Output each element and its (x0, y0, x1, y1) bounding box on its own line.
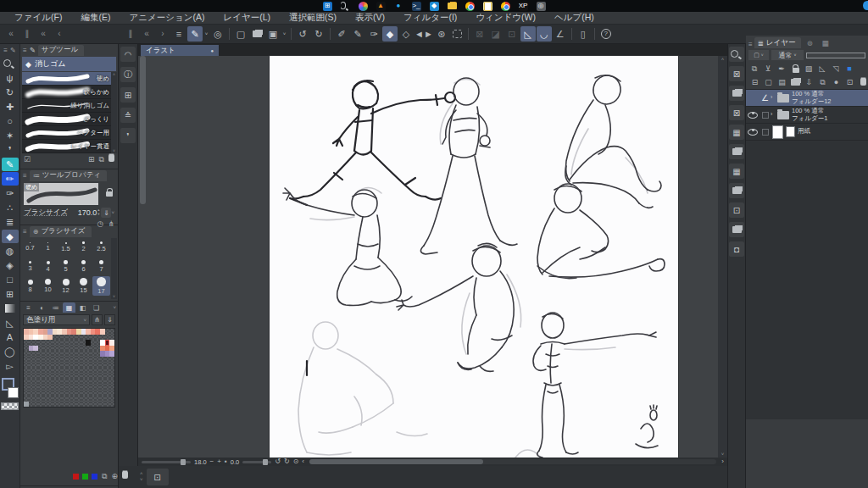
brush-size-cell[interactable]: 2.5 (92, 237, 110, 257)
color-app-icon[interactable] (359, 2, 368, 11)
strip-scroll-arrows[interactable]: ˄˅ (140, 471, 143, 482)
brush-size-cell[interactable]: 2 (75, 237, 92, 257)
panel-menu-icon[interactable]: ≡ (23, 228, 27, 236)
menu-item[interactable]: ファイル(F) (5, 12, 71, 24)
navigator-palette-icon[interactable] (729, 47, 744, 62)
save-button[interactable]: ▣ (265, 26, 281, 42)
menu-item[interactable]: ヘルプ(H) (545, 12, 604, 24)
panel-menu-icon[interactable]: ≡ (23, 47, 27, 54)
apply-mask-button[interactable]: ⊡ (843, 76, 856, 88)
subtool-scrollbar[interactable]: ˄˅ (111, 72, 117, 153)
save-dropdown-icon[interactable]: ˅ (281, 26, 287, 42)
auto-select-tool[interactable]: ✶ (2, 129, 19, 142)
divider-handle[interactable]: ∥ (19, 26, 35, 42)
zoom-out-button[interactable]: − (210, 458, 214, 465)
crop-button[interactable] (453, 30, 462, 38)
color-swatch[interactable] (109, 329, 114, 335)
palette-overflow-icon[interactable]: ˅ (113, 305, 116, 310)
canvas-vertical-scrollbar[interactable]: ˄ ˅ (718, 56, 727, 458)
vlc-icon[interactable]: ▲ (376, 2, 386, 11)
companion-mode-button[interactable]: ▯ (576, 26, 591, 42)
create-mask-button[interactable]: ● (830, 76, 843, 88)
menu-item[interactable]: ウィンドウ(W) (466, 12, 545, 24)
snap-special-ruler-button[interactable]: ◡ (537, 26, 552, 42)
sep-5[interactable] (571, 28, 572, 40)
flip-horizontal-button[interactable]: ◄► (415, 26, 433, 42)
color-wheel-tab[interactable]: ◐ (36, 302, 48, 313)
brush-size-cell[interactable]: 10 (39, 276, 57, 296)
brush-size-cell[interactable]: 3 (21, 257, 39, 276)
material-palette-icon[interactable]: ⊞ (120, 87, 136, 103)
document-tab[interactable]: イラスト ● (141, 45, 219, 56)
delete-subtool-button[interactable] (108, 155, 114, 164)
current-subtool-group[interactable]: ◆ 消しゴム (22, 57, 116, 71)
subtool-item[interactable]: 軟らかめ (22, 86, 111, 99)
layer-tab[interactable]: ≣ レイヤー (754, 37, 802, 48)
material-pattern-icon[interactable]: ▦ (729, 164, 744, 179)
color-swatch[interactable] (109, 402, 114, 408)
recent-color-swatch[interactable] (92, 474, 97, 480)
pen-tool[interactable]: ✎ (2, 158, 19, 171)
nav-right-icon[interactable]: › (155, 26, 170, 42)
brush-size-tab[interactable]: ⊕ブラシサイズ (30, 226, 92, 237)
color-swatch[interactable] (109, 379, 114, 385)
zoom-slider[interactable] (142, 461, 191, 463)
airbrush-tool[interactable]: ∴ (2, 201, 19, 214)
messenger-icon[interactable]: ● (394, 2, 403, 11)
vscode-icon[interactable]: ◆ (430, 2, 439, 11)
expand-icon[interactable]: › (771, 111, 777, 118)
color-swatch[interactable] (109, 351, 114, 357)
subtool-item[interactable]: ベクター用 (22, 126, 111, 140)
material-image-icon[interactable] (729, 144, 744, 159)
brush-size-cell[interactable]: 7 (92, 257, 110, 276)
material-monochrome-icon[interactable]: ⊠ (729, 105, 744, 120)
lock-transparent-pixels-icon[interactable]: ▨ (803, 63, 815, 75)
merge-down-button[interactable]: ⧉ (816, 76, 829, 88)
collapse-strip-icon[interactable]: « (36, 26, 51, 42)
register-size-button[interactable]: ⇓ (101, 208, 111, 218)
visibility-eye-icon[interactable] (746, 129, 760, 136)
palette-menu-icon[interactable]: ≡ (22, 302, 35, 313)
clip-studio-icon[interactable]: ◎ (537, 2, 546, 11)
timeline-palette-icon[interactable]: ⊡ (147, 469, 169, 485)
enable-mask-icon[interactable]: ◹ (830, 63, 843, 75)
color-swatch[interactable] (109, 335, 114, 341)
paint-app-icon[interactable] (483, 2, 492, 11)
layer-row-folder-12[interactable]: ∠ › 100 % 通常フォルダー12 (746, 90, 868, 107)
color-swatch[interactable] (109, 340, 114, 346)
subtool-item[interactable]: 硬め (22, 72, 111, 86)
opacity-slider[interactable] (806, 53, 865, 58)
brush-size-cell[interactable]: 12 (57, 276, 75, 296)
search-icon[interactable] (341, 2, 350, 11)
two-pane-icon[interactable]: ⊟ (748, 76, 761, 88)
fill-tool[interactable]: ◈ (2, 258, 19, 272)
file-explorer-icon[interactable] (448, 2, 457, 11)
main-menu-icon[interactable]: ≡ (171, 26, 186, 42)
animation-cel-tab-icon[interactable]: ▦ (818, 38, 832, 48)
frame-border-tool[interactable]: ⊞ (2, 287, 19, 301)
enable-ruler-icon[interactable]: ◺ (816, 63, 829, 75)
select-check-icon[interactable]: ☑ (24, 155, 31, 164)
panel-menu-icon[interactable]: ≡ (748, 41, 753, 48)
brush-size-cell[interactable]: 8 (21, 276, 39, 296)
menu-item[interactable]: レイヤー(L) (214, 12, 280, 24)
help-button[interactable]: ? (601, 29, 611, 39)
color-set-select[interactable]: 色塗り用 ˅ (23, 314, 90, 325)
reference-layer-icon[interactable]: ✒ (776, 63, 788, 75)
import-color-set-button[interactable]: ⇓ (104, 314, 115, 325)
expand-icon[interactable]: › (771, 94, 777, 101)
lock-layer-icon[interactable] (789, 63, 802, 75)
scroll-right-button[interactable]: › (721, 458, 724, 465)
brush-size-cell[interactable]: 5 (57, 257, 75, 276)
menu-item[interactable]: 表示(V) (346, 12, 394, 24)
sep-2[interactable] (291, 28, 292, 40)
canvas-info-palette-icon[interactable]: ⓘ (120, 67, 136, 82)
delete-color-icon[interactable] (122, 472, 128, 481)
layer-row-paper[interactable]: 用紙 (746, 124, 868, 141)
canvas-horizontal-scrollbar[interactable] (309, 459, 716, 464)
collapse-left-icon[interactable]: « (3, 26, 19, 42)
erase-outside-selection-button[interactable]: ✎ (350, 26, 365, 42)
current-tool-button[interactable]: ✎ (187, 26, 203, 42)
add-subtool-button[interactable]: ⊞ (88, 155, 95, 164)
layer-search-palette-icon[interactable]: ≙ (120, 108, 136, 123)
